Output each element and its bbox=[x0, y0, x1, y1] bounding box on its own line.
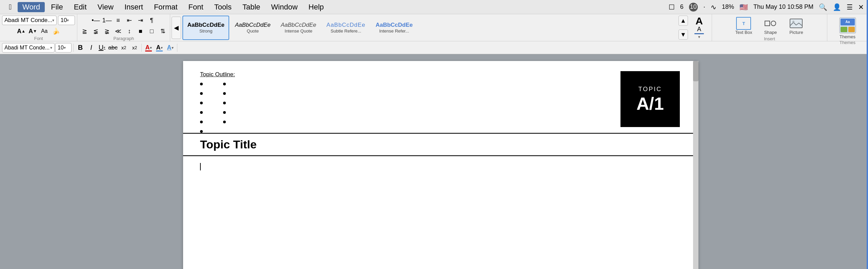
close-icon[interactable]: ✕ bbox=[858, 3, 864, 11]
bullet-item bbox=[200, 130, 203, 133]
style-intense-quote-preview: AaBbCcDdEe bbox=[281, 22, 316, 28]
menu-item-help[interactable]: Help bbox=[304, 2, 329, 12]
italic-btn[interactable]: I bbox=[86, 43, 96, 53]
show-formatting-btn[interactable]: ¶ bbox=[146, 16, 157, 25]
bold-btn[interactable]: B bbox=[75, 43, 85, 53]
font-section: Abadi MT Conde... ▾ 10 ▾ A▲ A▼ Aa 🍌 Font bbox=[0, 14, 77, 41]
styles-next-btn[interactable]: ▲ bbox=[678, 16, 688, 26]
borders-btn[interactable]: □ bbox=[146, 26, 157, 36]
textbox-icon: T bbox=[736, 17, 751, 30]
increase-indent-btn[interactable]: ⇥ bbox=[135, 16, 145, 25]
paint-format-btn[interactable]: 🍌 bbox=[51, 26, 61, 36]
menu-item-format[interactable]: Format bbox=[149, 2, 182, 12]
svg-rect-0 bbox=[765, 21, 770, 26]
font-size-input[interactable]: 10 ▾ bbox=[55, 43, 72, 53]
topic-label: TOPIC bbox=[638, 86, 662, 93]
aa-small-icon: A bbox=[697, 26, 701, 32]
increase-font-btn[interactable]: A▲ bbox=[16, 26, 26, 36]
decrease-indent-btn[interactable]: ⇤ bbox=[124, 16, 134, 25]
notification-icon[interactable]: ☐ bbox=[669, 3, 675, 11]
highlight-btn[interactable]: A ▾ bbox=[154, 43, 164, 53]
clock: Thu May 10 10:58 PM bbox=[753, 3, 813, 11]
style-intense-quote-label: Intense Quote bbox=[285, 28, 313, 34]
sort-btn[interactable]: ⇅ bbox=[158, 26, 168, 36]
sidebar-icon[interactable]: ☰ bbox=[847, 3, 853, 11]
user-icon[interactable]: 👤 bbox=[833, 3, 841, 11]
picture-insert-btn[interactable]: Picture bbox=[786, 16, 806, 36]
shading-btn[interactable]: ■ bbox=[135, 26, 145, 36]
align-right-btn[interactable]: ≩ bbox=[102, 26, 112, 36]
menu-item-font[interactable]: Font bbox=[184, 2, 208, 12]
style-intense-quote[interactable]: AaBbCcDdEe Intense Quote bbox=[276, 16, 321, 40]
font-size-select[interactable]: 10 ▾ bbox=[58, 16, 75, 25]
font-size-caret: ▾ bbox=[67, 18, 69, 23]
shape-insert-btn[interactable]: Shape bbox=[760, 16, 781, 36]
align-left-btn[interactable]: ≧ bbox=[79, 26, 90, 36]
svg-text:Aa: Aa bbox=[845, 20, 850, 24]
search-icon[interactable]: 🔍 bbox=[819, 3, 827, 11]
change-styles-btn[interactable]: A A ▾ bbox=[691, 16, 708, 40]
topic-box: TOPIC A/1 bbox=[620, 71, 680, 127]
themes-btn[interactable]: Aa Themes bbox=[837, 16, 859, 40]
style-intense-ref-label: Intense Refer... bbox=[379, 28, 409, 34]
font-name-dropdown[interactable]: ▾ bbox=[50, 45, 52, 50]
scrollbar-thumb[interactable] bbox=[693, 61, 698, 81]
superscript-btn[interactable]: x2 bbox=[119, 43, 129, 53]
svg-rect-7 bbox=[841, 27, 847, 32]
aa-large-icon: A bbox=[695, 16, 703, 26]
style-strong-label: Strong bbox=[199, 28, 212, 34]
bullet-columns bbox=[200, 81, 614, 133]
menu-item-tools[interactable]: Tools bbox=[210, 2, 236, 12]
justify-btn[interactable]: ≪ bbox=[113, 26, 123, 36]
strikethrough-btn[interactable]: abc bbox=[108, 43, 118, 53]
style-subtle-ref[interactable]: AaBbCcDdEe Subtle Refere... bbox=[322, 16, 370, 40]
themes-icon: Aa bbox=[839, 17, 856, 34]
svg-point-1 bbox=[771, 21, 776, 26]
multilevel-list-btn[interactable]: ≡ bbox=[113, 16, 123, 25]
bullet-list-btn[interactable]: •— bbox=[91, 16, 101, 25]
font-name-input[interactable]: Abadi MT Conde... ▾ bbox=[2, 43, 55, 53]
menu-item-word[interactable]: Word bbox=[18, 2, 45, 12]
menu-item-table[interactable]: Table bbox=[238, 2, 265, 12]
document-area: Topic Outline: bbox=[0, 54, 868, 269]
doc-header: Topic Outline: bbox=[183, 61, 698, 134]
font-family-select[interactable]: Abadi MT Conde... ▾ bbox=[2, 16, 57, 25]
styles-dropdown-btn[interactable]: ▼ bbox=[678, 29, 688, 40]
document[interactable]: Topic Outline: bbox=[183, 61, 698, 269]
clear-format-btn[interactable]: A ▾ bbox=[165, 43, 175, 53]
line-spacing-btn[interactable]: ↕ bbox=[124, 26, 134, 36]
numbered-list-btn[interactable]: 1— bbox=[102, 16, 112, 25]
style-quote[interactable]: AaBbCcDdEe Quote bbox=[231, 16, 275, 40]
timer-badge: 10 bbox=[689, 3, 698, 12]
topic-title[interactable]: Topic Title bbox=[200, 138, 682, 151]
bullet-item bbox=[223, 121, 226, 123]
bullet-item bbox=[200, 111, 203, 114]
underline-btn[interactable]: U▾ bbox=[97, 43, 107, 53]
style-quote-label: Quote bbox=[247, 28, 259, 34]
doc-content[interactable] bbox=[183, 156, 698, 224]
menu-item-view[interactable]: View bbox=[93, 2, 118, 12]
svg-rect-4 bbox=[790, 19, 802, 28]
bullet-item bbox=[223, 102, 226, 104]
menu-item-window[interactable]: Window bbox=[267, 2, 302, 12]
wifi-icon[interactable]: ∿ bbox=[711, 3, 716, 11]
bluetooth-icon[interactable]: ⋅ bbox=[703, 3, 705, 11]
subscript-btn[interactable]: x2 bbox=[130, 43, 140, 53]
font-color-btn[interactable]: A ▾ bbox=[143, 43, 154, 53]
textbox-insert-btn[interactable]: T Text Box bbox=[733, 16, 755, 36]
bullet-col-left bbox=[200, 81, 203, 133]
menu-item-file[interactable]: File bbox=[46, 2, 67, 12]
style-intense-ref[interactable]: AaBbCcDdEe Intense Refer... bbox=[371, 16, 417, 40]
doc-header-right: TOPIC A/1 bbox=[620, 71, 682, 133]
align-center-btn[interactable]: ≨ bbox=[91, 26, 101, 36]
style-strong[interactable]: AaBbCcDdEe Strong bbox=[182, 16, 229, 40]
svg-rect-8 bbox=[848, 27, 855, 32]
menu-item-edit[interactable]: Edit bbox=[69, 2, 92, 12]
styles-prev-btn[interactable]: ◀ bbox=[172, 17, 181, 39]
decrease-font-btn[interactable]: A▼ bbox=[28, 26, 38, 36]
font-size-dropdown[interactable]: ▾ bbox=[64, 45, 66, 50]
menu-item-insert[interactable]: Insert bbox=[120, 2, 148, 12]
apple-menu[interactable]:  bbox=[4, 2, 16, 12]
change-case-btn[interactable]: Aa bbox=[39, 26, 50, 36]
scrollbar-track[interactable] bbox=[693, 61, 698, 269]
